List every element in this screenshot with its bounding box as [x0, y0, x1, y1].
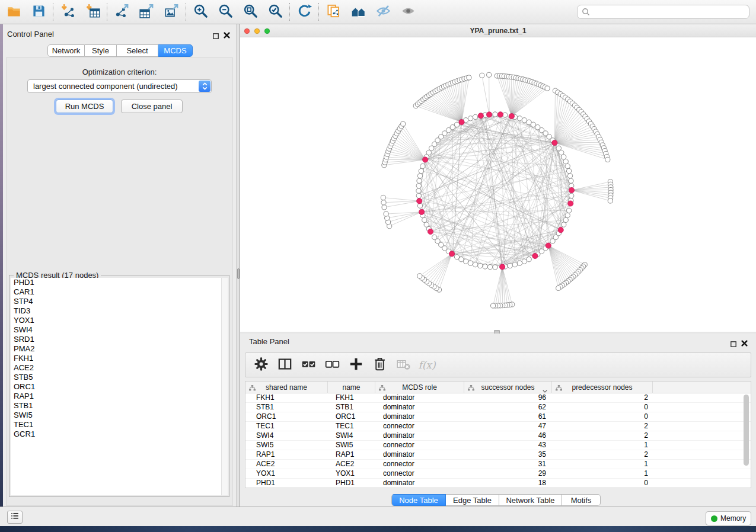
table-row[interactable]: STB1STB1dominator620	[245, 403, 751, 412]
cell[interactable]: ORC1	[328, 412, 375, 421]
mcds-node-item[interactable]: STB1	[11, 401, 228, 411]
cell[interactable]: 62	[464, 403, 552, 412]
network-graph[interactable]	[240, 37, 755, 332]
memory-button[interactable]: Memory	[706, 511, 751, 525]
table-row[interactable]: TEC1TEC1connector472	[245, 422, 751, 431]
column-header-predecessor-nodes[interactable]: predecessor nodes	[552, 382, 653, 393]
cell[interactable]: 1	[552, 441, 653, 450]
cell[interactable]: 2	[552, 422, 653, 431]
table-row[interactable]: ORC1ORC1dominator610	[245, 412, 751, 422]
cell[interactable]: 0	[552, 479, 653, 488]
cell[interactable]: 1	[552, 469, 653, 478]
cell[interactable]: STB1	[328, 403, 375, 412]
duplicate-network-button[interactable]	[324, 4, 342, 20]
cell[interactable]: SWI4	[328, 431, 375, 440]
cell[interactable]: STB1	[245, 403, 328, 412]
import-table-button[interactable]	[84, 4, 101, 20]
mcds-node-item[interactable]: ORC1	[11, 382, 228, 392]
tab-motifs[interactable]: Motifs	[562, 494, 601, 506]
cell[interactable]: ACE2	[245, 460, 328, 469]
cell[interactable]: 2	[552, 393, 653, 402]
cell[interactable]: dominator	[375, 450, 464, 459]
cell[interactable]: 31	[464, 460, 552, 469]
cell[interactable]: YOX1	[245, 469, 328, 478]
cell[interactable]: SWI5	[245, 441, 328, 450]
cell[interactable]: PHD1	[245, 479, 328, 488]
cell[interactable]: TEC1	[328, 422, 375, 431]
close-icon[interactable]	[224, 30, 230, 41]
scrollbar-thumb[interactable]	[744, 395, 749, 466]
export-table-button[interactable]	[138, 4, 155, 20]
mcds-node-item[interactable]: ACE2	[11, 363, 228, 373]
mcds-node-item[interactable]: RAP1	[11, 392, 228, 401]
cell[interactable]: dominator	[375, 403, 464, 412]
run-mcds-button[interactable]: Run MCDS	[56, 100, 113, 113]
refresh-button[interactable]	[295, 4, 313, 20]
mcds-node-item[interactable]: SWI4	[11, 325, 228, 335]
table-row[interactable]: YOX1YOX1connector291	[245, 469, 751, 479]
hide-selected-button[interactable]	[374, 4, 392, 20]
tab-select[interactable]: Select	[117, 44, 158, 57]
cell[interactable]: connector	[375, 441, 464, 450]
cell[interactable]: 29	[464, 469, 552, 478]
result-scrollbar[interactable]	[221, 278, 228, 495]
search-box[interactable]	[577, 5, 749, 19]
column-header-MCDS-role[interactable]: MCDS role	[375, 382, 464, 393]
cell[interactable]: ORC1	[245, 412, 328, 421]
mcds-node-item[interactable]: FKH1	[11, 354, 228, 363]
cell[interactable]: FKH1	[245, 393, 328, 402]
show-all-button[interactable]	[399, 4, 417, 20]
cell[interactable]: TEC1	[245, 422, 328, 431]
tab-style[interactable]: Style	[85, 44, 117, 57]
tab-network[interactable]: Network	[47, 44, 85, 57]
table-row[interactable]: PHD1PHD1dominator180	[245, 479, 751, 488]
zoom-selected-button[interactable]	[266, 4, 284, 20]
mcds-node-item[interactable]: STP4	[11, 297, 228, 306]
mcds-node-item[interactable]: YOX1	[11, 316, 228, 325]
table-row[interactable]: SWI5SWI5connector431	[245, 441, 751, 450]
cell[interactable]: 0	[552, 412, 653, 421]
mcds-node-item[interactable]: PMA2	[11, 344, 228, 354]
zoom-fit-button[interactable]	[241, 4, 259, 20]
zoom-out-button[interactable]	[216, 4, 234, 20]
close-icon[interactable]	[741, 338, 748, 349]
mcds-node-item[interactable]: TID3	[11, 306, 228, 316]
tab-edge-table[interactable]: Edge Table	[446, 494, 499, 506]
column-header-shared-name[interactable]: shared name	[245, 382, 328, 393]
cell[interactable]: dominator	[375, 393, 464, 402]
mcds-result-list[interactable]: PHD1CAR1STP4TID3YOX1SWI4SRD1PMA2FKH1ACE2…	[11, 278, 228, 495]
select-all-button[interactable]	[300, 357, 317, 373]
split-columns-button[interactable]	[276, 357, 293, 373]
cell[interactable]: SWI4	[245, 431, 328, 440]
first-neighbors-button[interactable]	[349, 4, 367, 20]
column-header-name[interactable]: name	[328, 382, 375, 393]
table-row[interactable]: RAP1RAP1dominator352	[245, 450, 751, 460]
cell[interactable]: ACE2	[328, 460, 375, 469]
cell[interactable]: connector	[375, 469, 464, 478]
deselect-all-button[interactable]	[324, 357, 340, 373]
cell[interactable]: dominator	[375, 479, 464, 488]
float-icon[interactable]	[213, 31, 219, 41]
cell[interactable]: PHD1	[328, 479, 375, 488]
cell[interactable]: 43	[464, 441, 552, 450]
mcds-node-item[interactable]: STB5	[11, 373, 228, 382]
mcds-node-item[interactable]: PHD1	[11, 278, 228, 287]
splitter-grip[interactable]	[237, 268, 240, 279]
cell[interactable]: 1	[552, 460, 653, 469]
table-row[interactable]: FKH1FKH1dominator962	[245, 393, 751, 403]
cell[interactable]: FKH1	[328, 393, 375, 402]
export-network-button[interactable]	[113, 4, 130, 20]
status-menu-button[interactable]	[7, 511, 23, 524]
cell[interactable]: 46	[464, 431, 552, 440]
cell[interactable]: 18	[464, 479, 552, 488]
export-image-button[interactable]	[162, 4, 180, 20]
cell[interactable]: RAP1	[245, 450, 328, 459]
search-input[interactable]	[590, 6, 749, 18]
save-button[interactable]	[30, 4, 47, 20]
network-titlebar[interactable]: YPA_prune.txt_1	[240, 24, 756, 37]
table-row[interactable]: ACE2ACE2connector311	[245, 460, 751, 469]
open-folder-button[interactable]	[5, 4, 23, 20]
delete-row-button[interactable]	[371, 357, 388, 373]
cell[interactable]: connector	[375, 460, 464, 469]
node-table[interactable]: shared namenameMCDS rolesuccessor nodesp…	[245, 381, 751, 488]
